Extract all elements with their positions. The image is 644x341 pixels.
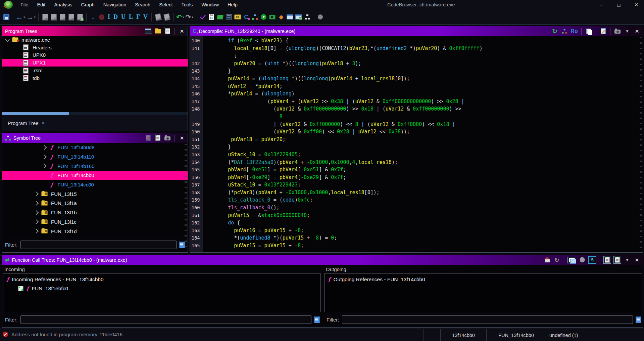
- menu-graph[interactable]: Graph: [77, 0, 99, 9]
- panel-menu-button[interactable]: ▼: [624, 256, 631, 264]
- expander-icon[interactable]: [42, 154, 47, 159]
- code-line-152[interactable]: 152}: [190, 143, 643, 151]
- cascade-view-button[interactable]: [567, 257, 576, 263]
- nav-back-button[interactable]: ←▾: [16, 13, 25, 22]
- listing-button[interactable]: [225, 13, 233, 22]
- menu-tools[interactable]: Tools: [177, 0, 197, 9]
- maximize-button[interactable]: □: [616, 2, 622, 8]
- tree-item-Headers[interactable]: Headers: [2, 44, 188, 51]
- refresh-trees-button[interactable]: ↻: [553, 256, 560, 264]
- call-tree-root-incoming[interactable]: ƒIncoming References - FUN_13f14cbb0: [7, 275, 320, 284]
- filter-button[interactable]: [579, 256, 586, 264]
- clear-code-button[interactable]: [98, 13, 105, 22]
- outgoing-tree[interactable]: ƒOutgoing References - FUN_13f14cbb0: [325, 273, 642, 312]
- graph-button[interactable]: [561, 28, 568, 35]
- code-line-141[interactable]: 141local_res18[0] = (ulonglong)(CONCAT12…: [190, 45, 643, 52]
- binary-view-button[interactable]: 1001: [208, 13, 215, 22]
- goto-tree-button[interactable]: [164, 28, 171, 35]
- expander-icon[interactable]: [34, 219, 39, 224]
- incoming-tree[interactable]: ƒIncoming References - FUN_13f14cbb0ƒFUN…: [3, 273, 320, 312]
- symbol-tree-titlebar[interactable]: Symbol Tree ×: [2, 133, 188, 143]
- tree-item-UPX0[interactable]: UPX0: [2, 51, 188, 59]
- undo-button[interactable]: ↶▾: [176, 13, 184, 22]
- code-line-151[interactable]: 151puVar18 = puVar20;: [190, 136, 643, 143]
- filter-options-icon[interactable]: [179, 242, 185, 248]
- depth-count-box[interactable]: 5: [588, 256, 596, 264]
- run-script-button[interactable]: [260, 13, 267, 22]
- decompile-code[interactable]: 140if (0xef < bVar23) {141local_res18[0]…: [190, 36, 643, 252]
- menu-select[interactable]: Select: [155, 0, 177, 9]
- home-function-button[interactable]: [543, 256, 551, 264]
- symbol-item-FUN_13f1b[interactable]: FUN_13f1b: [2, 208, 188, 217]
- expander-icon[interactable]: [42, 164, 47, 168]
- menu-navigation[interactable]: Navigation: [99, 0, 131, 9]
- code-line-162[interactable]: 162do {: [190, 219, 643, 227]
- panel-menu-button[interactable]: ▼: [624, 28, 631, 35]
- decompiler-button[interactable]: C: [243, 13, 250, 22]
- code-line-150[interactable]: 150(uVar12 & 0xff00) << 0x28 | uVar12 <<…: [190, 128, 643, 136]
- close-window-button[interactable]: ×: [633, 1, 639, 8]
- code-line-156[interactable]: 156pbVar4[-0xe29] = pbVar4[-0xe29] & 0x7…: [190, 174, 643, 181]
- code-line-158[interactable]: 158(*pcVar3)(pbVar4 + -0x1000,0x1000,loc…: [190, 189, 643, 197]
- symbol-item-FUN_13f14b160[interactable]: ƒFUN_13f14b160: [2, 161, 188, 171]
- symbol-item-FUN_13f14cbb0[interactable]: ƒFUN_13f14cbb0: [2, 171, 188, 180]
- letter-tool-v[interactable]: V: [143, 13, 148, 20]
- code-line-148[interactable]: 148(uVar12 & 0xff0000000000) >> 0x18 | (…: [190, 105, 643, 113]
- menu-window[interactable]: Window: [197, 0, 223, 9]
- call-trees-titlebar[interactable]: ⇄ Function Call Trees: FUN_13f14cbb0 - (…: [2, 255, 643, 265]
- outgoing-filter-input[interactable]: [342, 315, 633, 324]
- save-button[interactable]: [3, 13, 10, 22]
- symbol-tree-scrollbar[interactable]: [185, 144, 187, 251]
- code-line-160[interactable]: 160tls_callback_0();: [190, 204, 643, 212]
- code-line-155[interactable]: 155pbVar4[-0xe51] = pbVar4[-0xe51] & 0x7…: [190, 166, 643, 174]
- letter-tool-i[interactable]: I: [108, 13, 110, 20]
- menu-file[interactable]: File: [16, 0, 33, 9]
- table-chooser-button[interactable]: [295, 13, 302, 22]
- code-line-153[interactable]: 153uStack_10 = 0x13f229405;: [190, 151, 643, 159]
- expander-icon[interactable]: [34, 229, 39, 233]
- ro-button[interactable]: Ro: [571, 28, 578, 35]
- expander-icon[interactable]: [42, 145, 47, 150]
- tree-item-root[interactable]: malware.exe: [2, 36, 188, 44]
- code-line-157[interactable]: 157uStack_10 = 0x13f229423;: [190, 181, 643, 189]
- menu-search[interactable]: Search: [131, 0, 155, 9]
- code-line-143[interactable]: 143}: [190, 67, 643, 75]
- new-tree-button[interactable]: [144, 28, 152, 35]
- close-panel-button[interactable]: ×: [178, 28, 186, 35]
- refresh-decompile-button[interactable]: ↻: [551, 28, 558, 35]
- tree-item-UPX1[interactable]: UPX1: [2, 59, 188, 67]
- data-type-manager-button[interactable]: DT: [234, 13, 241, 22]
- close-panel-button[interactable]: ×: [633, 28, 641, 35]
- code-line-159[interactable]: 159tls_callback_0 = (code)0xfc;: [190, 196, 643, 204]
- symbol-item-FUN_13f14b110[interactable]: ƒFUN_13f14b110: [2, 152, 188, 162]
- expander-icon[interactable]: [34, 210, 39, 215]
- code-line-165[interactable]: 165puVar15 = puVar15 + -8;: [190, 242, 643, 250]
- table-view-button[interactable]: [286, 13, 294, 22]
- symbol-item-FUN_13f15[interactable]: FUN_13f15: [2, 189, 188, 199]
- decompile-scrollbar[interactable]: [640, 37, 642, 251]
- tab-close-icon[interactable]: ×: [42, 120, 45, 126]
- decompile-titlebar[interactable]: C Decompile: FUN_13f229240 - (malware.ex…: [190, 26, 643, 36]
- expander-icon[interactable]: [34, 201, 39, 206]
- open-tree-button[interactable]: [154, 28, 161, 35]
- code-line-145[interactable]: 145uVar12 = *puVar14;: [190, 83, 643, 90]
- pull-down-button[interactable]: ↓: [89, 13, 97, 22]
- code-line-cont-10[interactable]: 8: [190, 113, 643, 121]
- edit-symbol-button[interactable]: [144, 134, 152, 142]
- snapshot-button[interactable]: [164, 134, 171, 142]
- code-line-163[interactable]: 163puVar16 = puVar15 + -8;: [190, 227, 643, 235]
- letter-tool-d[interactable]: D: [113, 13, 118, 20]
- code-line-cont-2[interactable]: ;: [190, 52, 643, 60]
- code-line-147[interactable]: 147(pbVar4 + (uVar12 >> 0x38 | (uVar12 &…: [190, 98, 643, 105]
- copy-button[interactable]: [585, 28, 592, 35]
- code-line-154[interactable]: 154(*DAT_13f22a5a0)(pbVar4 + -0x1000,0x1…: [190, 159, 643, 166]
- incoming-filter-input[interactable]: [20, 315, 312, 324]
- memory-button[interactable]: [269, 13, 276, 22]
- patch-tool-button-1[interactable]: [154, 13, 162, 22]
- menu-edit[interactable]: Edit: [33, 0, 50, 9]
- letter-tool-l[interactable]: L: [129, 13, 133, 20]
- doc-tool-button-3[interactable]: [59, 13, 66, 22]
- letter-tool-u[interactable]: U: [121, 13, 126, 20]
- code-line-161[interactable]: 161puVar15 = &stack0x00000040;: [190, 212, 643, 219]
- symbol-item-FUN_13f1a[interactable]: FUN_13f1a: [2, 199, 188, 208]
